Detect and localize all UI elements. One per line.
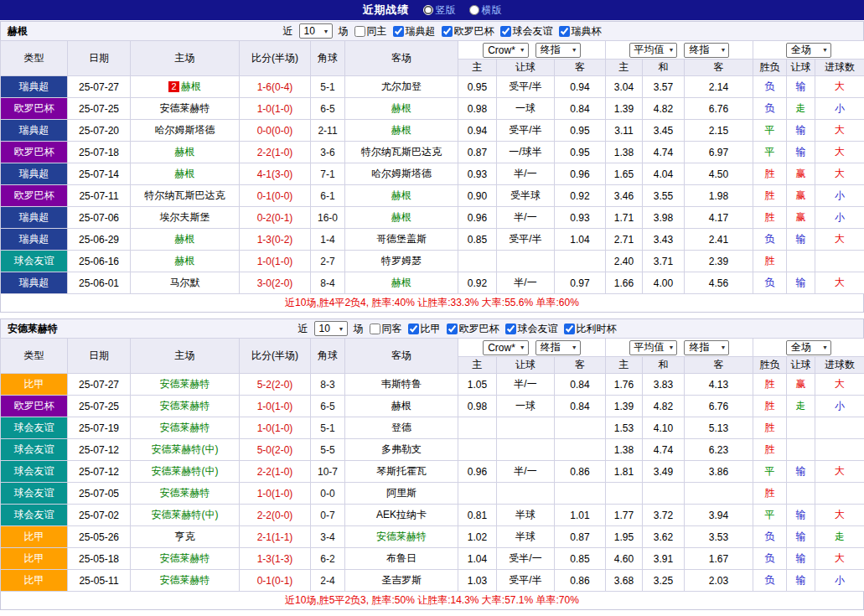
match-score[interactable]: 1-0(1-0) — [240, 396, 311, 417]
league-checkbox[interactable] — [393, 26, 404, 37]
away-team[interactable]: 赫根 — [345, 98, 458, 120]
match-score[interactable]: 2-1(1-1) — [240, 526, 311, 548]
horizontal-radio[interactable] — [469, 5, 479, 15]
avg-home — [606, 483, 643, 505]
match-score[interactable]: 1-6(0-4) — [240, 76, 311, 98]
league-filter[interactable]: 比利时杯 — [564, 322, 617, 336]
away-team[interactable]: 多弗勒支 — [345, 439, 458, 461]
away-team[interactable]: 琴斯托霍瓦 — [345, 461, 458, 483]
home-team[interactable]: 赫根 — [131, 229, 240, 251]
home-team[interactable]: 安德莱赫特 — [131, 570, 240, 592]
league-checkbox[interactable] — [442, 26, 453, 37]
fulltime-select-cell: 全场 ▼ — [753, 41, 864, 60]
home-team[interactable]: 马尔默 — [131, 272, 240, 294]
league-checkbox[interactable] — [500, 26, 511, 37]
home-team[interactable]: 安德莱赫特 — [131, 396, 240, 417]
away-team[interactable]: 尤尔加登 — [345, 76, 458, 98]
league-checkbox[interactable] — [564, 324, 575, 334]
home-team[interactable]: 哈尔姆斯塔德 — [131, 120, 240, 142]
league-filter[interactable]: 欧罗巴杯 — [442, 24, 494, 39]
home-team[interactable]: 埃尔夫斯堡 — [131, 207, 240, 229]
odds-final-select[interactable]: 终指 ▼ — [535, 340, 581, 355]
away-team[interactable]: 布鲁日 — [345, 548, 458, 570]
match-score[interactable]: 1-0(1-0) — [240, 417, 311, 439]
away-team[interactable]: 登德 — [345, 417, 458, 439]
fulltime-select[interactable]: 全场 ▼ — [786, 340, 831, 355]
odds-final-select[interactable]: 终指 ▼ — [535, 43, 581, 58]
away-team[interactable]: AEK拉纳卡 — [345, 505, 458, 526]
match-score[interactable]: 1-3(0-2) — [240, 229, 311, 251]
same-venue-checkbox[interactable] — [370, 324, 380, 334]
avg-final-select[interactable]: 终指 ▼ — [684, 340, 729, 355]
avg-company-select[interactable]: 平均值 ▼ — [629, 43, 678, 58]
away-team[interactable]: 韦斯特鲁 — [345, 374, 458, 396]
match-score[interactable]: 5-2(2-0) — [240, 374, 311, 396]
fulltime-select[interactable]: 全场 ▼ — [786, 43, 831, 58]
league-filter[interactable]: 瑞典杯 — [559, 24, 602, 39]
away-team[interactable]: 哈尔姆斯塔德 — [345, 163, 458, 185]
match-score[interactable]: 1-0(1-0) — [240, 251, 311, 272]
odds-company-value: Crow* — [488, 44, 515, 56]
away-team[interactable]: 安德莱赫特 — [345, 526, 458, 548]
home-team[interactable]: 安德莱赫特(中) — [131, 461, 240, 483]
home-team[interactable]: 赫根 — [131, 142, 240, 163]
match-score[interactable]: 1-0(1-0) — [240, 98, 311, 120]
layout-option-horizontal[interactable]: 横版 — [469, 3, 502, 18]
league-filter[interactable]: 比甲 — [408, 322, 441, 336]
league-checkbox[interactable] — [447, 324, 458, 334]
league-filter[interactable]: 球会友谊 — [505, 322, 558, 336]
away-team[interactable]: 赫根 — [345, 272, 458, 294]
avg-final-select[interactable]: 终指 ▼ — [684, 43, 729, 58]
home-team[interactable]: 赫根 — [131, 251, 240, 272]
home-team[interactable]: 赫根 — [131, 163, 240, 185]
same-venue-filter[interactable]: 同主 — [354, 24, 387, 39]
odds-company-select[interactable]: Crow* ▼ — [483, 340, 529, 355]
home-team[interactable]: 亨克 — [131, 526, 240, 548]
match-score[interactable]: 4-1(3-0) — [240, 163, 311, 185]
match-score[interactable]: 1-0(1-0) — [240, 483, 311, 505]
home-team[interactable]: 安德莱赫特 — [131, 548, 240, 570]
home-team[interactable]: 安德莱赫特(中) — [131, 505, 240, 526]
away-team[interactable]: 特罗姆瑟 — [345, 251, 458, 272]
league-filter[interactable]: 瑞典超 — [393, 24, 436, 39]
away-team[interactable]: 赫根 — [345, 207, 458, 229]
match-score[interactable]: 3-0(2-0) — [240, 272, 311, 294]
avg-company-select[interactable]: 平均值 ▼ — [629, 340, 678, 355]
away-team[interactable]: 赫根 — [345, 396, 458, 417]
league-filter[interactable]: 球会友谊 — [500, 24, 553, 39]
match-score[interactable]: 5-0(2-0) — [240, 439, 311, 461]
league-filter[interactable]: 欧罗巴杯 — [447, 322, 499, 336]
match-score[interactable]: 0-1(0-1) — [240, 570, 311, 592]
away-team[interactable]: 哥德堡盖斯 — [345, 229, 458, 251]
league-checkbox[interactable] — [559, 26, 570, 37]
league-checkbox[interactable] — [408, 324, 419, 334]
home-team[interactable]: 安德莱赫特 — [131, 417, 240, 439]
away-team[interactable]: 赫根 — [345, 120, 458, 142]
away-team[interactable]: 阿里斯 — [345, 483, 458, 505]
match-score[interactable]: 1-3(1-3) — [240, 548, 311, 570]
same-venue-filter[interactable]: 同客 — [370, 322, 402, 336]
away-team[interactable]: 赫根 — [345, 185, 458, 207]
match-count-select[interactable]: 10 ▼ — [299, 23, 333, 39]
home-team[interactable]: 安德莱赫特 — [131, 483, 240, 505]
odds-company-select[interactable]: Crow* ▼ — [483, 43, 529, 58]
home-team[interactable]: 2赫根 — [131, 76, 240, 98]
league-checkbox[interactable] — [505, 324, 516, 334]
avg-home: 1.38 — [606, 439, 643, 461]
vertical-radio[interactable] — [423, 5, 433, 15]
match-score[interactable]: 2-2(1-0) — [240, 461, 311, 483]
away-team[interactable]: 特尔纳瓦斯巴达克 — [345, 142, 458, 163]
match-score[interactable]: 0-0(0-0) — [240, 120, 311, 142]
home-team[interactable]: 安德莱赫特 — [131, 374, 240, 396]
home-team[interactable]: 安德莱赫特 — [131, 98, 240, 120]
away-team[interactable]: 圣吉罗斯 — [345, 570, 458, 592]
home-team[interactable]: 特尔纳瓦斯巴达克 — [131, 185, 240, 207]
match-score[interactable]: 0-1(0-0) — [240, 185, 311, 207]
match-count-select[interactable]: 10 ▼ — [314, 321, 348, 336]
same-venue-checkbox[interactable] — [354, 26, 365, 37]
home-team[interactable]: 安德莱赫特(中) — [131, 439, 240, 461]
match-score[interactable]: 2-2(0-0) — [240, 505, 311, 526]
layout-option-vertical[interactable]: 竖版 — [423, 3, 456, 18]
match-score[interactable]: 0-2(0-1) — [240, 207, 311, 229]
match-score[interactable]: 2-2(1-0) — [240, 142, 311, 163]
